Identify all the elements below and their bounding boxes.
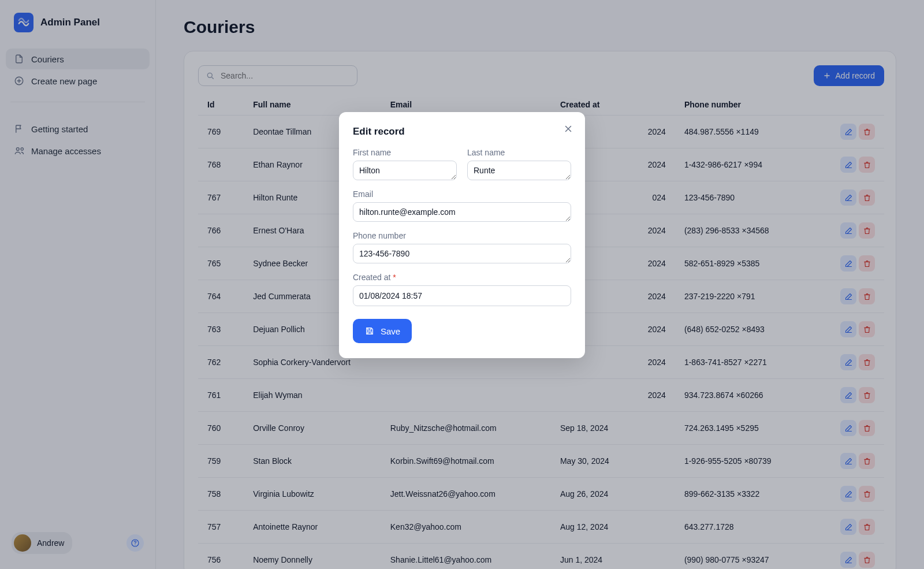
email-label: Email [353, 189, 571, 199]
save-button[interactable]: Save [353, 319, 412, 343]
save-button-label: Save [381, 326, 400, 336]
modal-overlay[interactable]: Edit record First name Hilton Last name … [0, 0, 924, 569]
modal-close-button[interactable] [563, 124, 573, 134]
field-created-at: Created at * [353, 273, 571, 306]
created-at-input[interactable] [353, 285, 571, 306]
phone-input[interactable]: 123-456-7890 [353, 244, 571, 263]
close-icon [563, 124, 573, 134]
field-last-name: Last name Runte [467, 148, 571, 180]
edit-record-modal: Edit record First name Hilton Last name … [339, 112, 585, 358]
created-at-label: Created at * [353, 273, 571, 282]
field-email: Email hilton.runte@example.com [353, 189, 571, 222]
field-phone: Phone number 123-456-7890 [353, 231, 571, 263]
first-name-label: First name [353, 148, 457, 157]
last-name-label: Last name [467, 148, 571, 157]
field-first-name: First name Hilton [353, 148, 457, 180]
phone-label: Phone number [353, 231, 571, 240]
email-input[interactable]: hilton.runte@example.com [353, 202, 571, 222]
modal-title: Edit record [353, 126, 571, 137]
required-asterisk: * [393, 273, 396, 282]
app-root: Admin Panel Couriers Create new page [0, 0, 924, 569]
save-icon [364, 326, 375, 336]
first-name-input[interactable]: Hilton [353, 161, 457, 180]
last-name-input[interactable]: Runte [467, 161, 571, 180]
